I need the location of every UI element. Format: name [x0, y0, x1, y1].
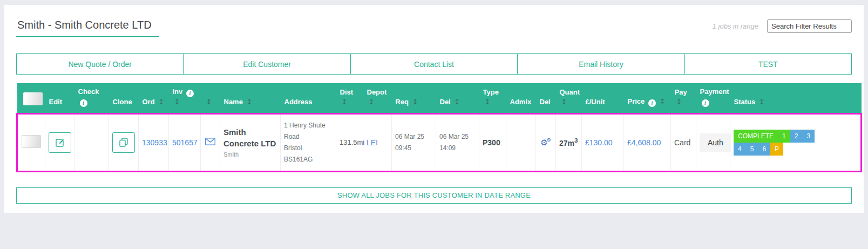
- col-pay[interactable]: Pay: [671, 83, 696, 113]
- pencil-square-icon: [56, 138, 65, 147]
- order-number-link[interactable]: 130933: [142, 138, 167, 147]
- page-title: Smith - Smith Concrete LTD: [16, 18, 159, 37]
- depot-cell: LEI: [363, 113, 392, 171]
- address-line: Bristol: [284, 143, 333, 154]
- col-del-gear: Del: [536, 83, 556, 113]
- status-badge-load[interactable]: 4: [734, 143, 746, 156]
- quant-cell: 27m3: [556, 113, 582, 171]
- status-badge-load[interactable]: 6: [758, 143, 770, 156]
- show-all-jobs-button[interactable]: SHOW ALL JOBS FOR THIS CUSTOMER IN DATE …: [16, 187, 852, 204]
- del-date: 06 Mar 25: [439, 131, 476, 142]
- col-status[interactable]: Status: [730, 83, 862, 113]
- col-del[interactable]: Del: [436, 83, 479, 113]
- customer-name: Smith Concrete LTD: [223, 127, 277, 149]
- col-dist[interactable]: Dist: [336, 83, 363, 113]
- sort-icon[interactable]: [158, 97, 164, 107]
- edit-button[interactable]: [49, 132, 71, 153]
- col-address: Address: [281, 83, 336, 113]
- address-line: 1 Henry Shute Road: [284, 120, 333, 143]
- del-time: 14:09: [439, 143, 476, 153]
- info-icon[interactable]: [80, 99, 87, 107]
- col-payment: Payment: [696, 83, 730, 113]
- select-all-button[interactable]: [23, 92, 43, 105]
- new-quote-order-button[interactable]: New Quote / Order: [16, 53, 184, 75]
- sort-icon[interactable]: [369, 97, 375, 107]
- req-cell: 06 Mar 25 09:45: [392, 113, 436, 171]
- edit-customer-button[interactable]: Edit Customer: [183, 53, 350, 75]
- pay-cell: Card: [671, 113, 696, 171]
- sort-icon[interactable]: [342, 97, 348, 107]
- col-ord[interactable]: Ord: [139, 83, 169, 113]
- table-header-row: Edit Check Clone Ord Inv Name Address Di…: [17, 83, 862, 113]
- invoice-number-link[interactable]: 501657: [172, 138, 198, 147]
- unit-price-cell: £130.00: [582, 113, 624, 171]
- cogs-icon[interactable]: [540, 138, 551, 147]
- clone-button[interactable]: [112, 132, 135, 153]
- sort-icon[interactable]: [412, 97, 418, 107]
- status-badge-load[interactable]: 5: [746, 143, 758, 156]
- status-badge-load[interactable]: 2: [790, 130, 803, 143]
- sort-icon[interactable]: [247, 97, 253, 107]
- col-email[interactable]: [201, 83, 220, 113]
- col-name[interactable]: Name: [220, 83, 281, 113]
- edit-cell: [45, 113, 74, 171]
- test-button[interactable]: TEST: [684, 53, 852, 75]
- sort-icon[interactable]: [206, 97, 212, 107]
- admix-cell: [506, 113, 536, 171]
- ord-cell: 130933: [139, 113, 169, 171]
- envelope-icon[interactable]: [205, 138, 215, 147]
- req-time: 09:45: [395, 143, 432, 153]
- sort-icon[interactable]: [660, 97, 666, 106]
- sort-icon[interactable]: [454, 97, 460, 107]
- price-link[interactable]: £4,608.00: [627, 138, 661, 147]
- customer-jobs-card: Smith - Smith Concrete LTD 1 jobs in ran…: [4, 5, 864, 213]
- unit-price-link[interactable]: £130.00: [585, 138, 613, 147]
- contact-list-button[interactable]: Contact List: [350, 53, 518, 75]
- sort-icon[interactable]: [174, 97, 180, 107]
- col-check: Check: [74, 83, 109, 113]
- col-req[interactable]: Req: [392, 83, 436, 113]
- status-badge-load[interactable]: 3: [802, 130, 815, 143]
- inv-cell: 501657: [169, 113, 201, 171]
- status-badge-load[interactable]: 1: [778, 130, 790, 143]
- auth-button[interactable]: Auth: [700, 133, 731, 152]
- depot-link[interactable]: LEI: [367, 138, 378, 147]
- select-cell: [17, 113, 45, 171]
- customer-account: Smith: [223, 151, 277, 158]
- col-type[interactable]: Type: [479, 83, 506, 113]
- name-cell: Smith Concrete LTD Smith: [220, 113, 281, 171]
- distance-value: 131.5mi: [340, 138, 364, 146]
- del-gear-cell: [536, 113, 556, 171]
- dist-cell: 131.5mi: [336, 113, 363, 171]
- quantity-sup: 3: [574, 137, 578, 144]
- col-price[interactable]: Price: [624, 83, 671, 113]
- status-badge-pour[interactable]: P: [770, 143, 783, 156]
- quantity-value: 27m: [559, 139, 574, 147]
- info-icon[interactable]: [648, 99, 656, 107]
- jobs-table: Edit Check Clone Ord Inv Name Address Di…: [16, 83, 862, 172]
- col-quant[interactable]: Quant: [556, 83, 582, 113]
- email-history-button[interactable]: Email History: [517, 53, 684, 75]
- sort-icon[interactable]: [485, 97, 491, 107]
- customer-toolbar: New Quote / Order Edit Customer Contact …: [16, 53, 852, 75]
- col-inv[interactable]: Inv: [169, 83, 201, 113]
- sort-icon[interactable]: [676, 97, 682, 107]
- info-icon[interactable]: [702, 99, 709, 107]
- sort-icon[interactable]: [759, 97, 765, 107]
- info-icon[interactable]: [186, 90, 194, 97]
- sort-icon[interactable]: [561, 97, 567, 107]
- status-badge-complete[interactable]: COMPLETE: [734, 130, 778, 143]
- check-cell: [74, 113, 109, 171]
- search-input[interactable]: [767, 19, 852, 33]
- status-badges: COMPLETE 1 2 3 4 5 6 P: [734, 130, 825, 156]
- row-select-button[interactable]: [22, 135, 41, 148]
- del-cell: 06 Mar 25 14:09: [436, 113, 479, 171]
- address-line: BS161AG: [284, 154, 333, 165]
- type-cell: P300: [479, 113, 506, 171]
- concrete-type: P300: [483, 138, 500, 147]
- email-cell: [201, 113, 220, 171]
- status-cell: COMPLETE 1 2 3 4 5 6 P: [730, 113, 862, 171]
- col-depot[interactable]: Depot: [363, 83, 392, 113]
- clone-cell: [109, 113, 139, 171]
- payment-cell: Auth: [696, 113, 730, 171]
